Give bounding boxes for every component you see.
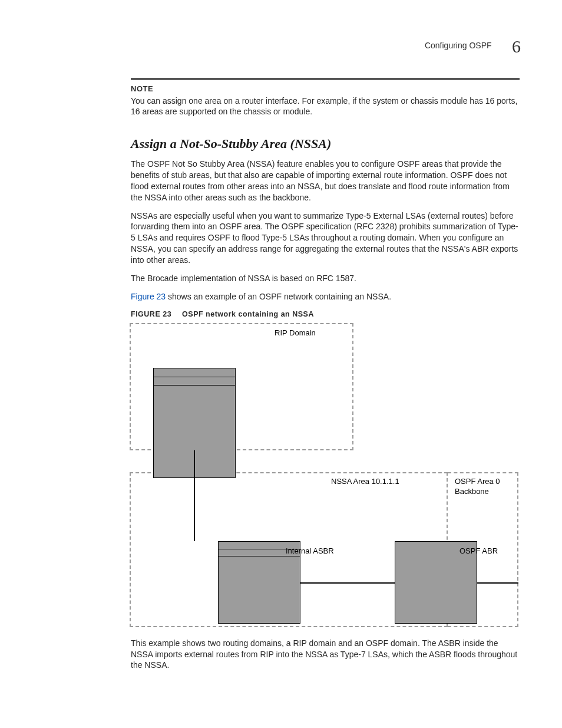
- figure-diagram: RIP Domain NSSA Area 10.1.1.1 OSPF Area …: [130, 323, 518, 635]
- closing-paragraph: This example shows two routing domains, …: [131, 638, 520, 671]
- note-text: You can assign one area on a router inte…: [131, 95, 520, 118]
- paragraph-3: The Brocade implementation of NSSA is ba…: [131, 273, 520, 284]
- section-title: Assign a Not-So-Stubby Area (NSSA): [131, 135, 520, 153]
- connector-line: [194, 450, 195, 478]
- paragraph-1: The OSPF Not So Stubby Area (NSSA) featu…: [131, 159, 520, 203]
- note-label: NOTE: [131, 84, 520, 94]
- label-nssa-area: NSSA Area 10.1.1.1: [331, 476, 399, 487]
- box-stripe: [154, 385, 235, 386]
- paragraph-4-rest: shows an example of an OSPF network cont…: [166, 292, 391, 301]
- paragraph-2: NSSAs are especially useful when you wan…: [131, 210, 520, 266]
- header-rule: [131, 78, 520, 80]
- content-block: NOTE You can assign one area on a router…: [131, 84, 520, 678]
- figure-link[interactable]: Figure 23: [131, 292, 166, 301]
- label-internal-asbr: Internal ASBR: [286, 546, 334, 556]
- section-running-head: Configuring OSPF: [425, 41, 492, 50]
- label-ospf-abr: OSPF ABR: [459, 546, 498, 556]
- figure-caption-text: OSPF network containing an NSSA: [182, 310, 314, 318]
- label-rip-domain: RIP Domain: [275, 328, 316, 338]
- connector-line: [300, 582, 395, 584]
- chapter-number: 6: [512, 37, 521, 57]
- paragraph-4: Figure 23 shows an example of an OSPF ne…: [131, 291, 520, 302]
- box-stripe: [154, 377, 235, 377]
- figure-number: FIGURE 23: [131, 310, 171, 318]
- page-header: Configuring OSPF 6: [0, 35, 562, 55]
- label-backbone: OSPF Area 0 Backbone: [455, 476, 500, 497]
- connector-line: [194, 478, 195, 541]
- document-page: Configuring OSPF 6 NOTE You can assign o…: [0, 0, 562, 728]
- connector-line: [477, 582, 518, 584]
- figure-caption: FIGURE 23 OSPF network containing an NSS…: [131, 309, 520, 319]
